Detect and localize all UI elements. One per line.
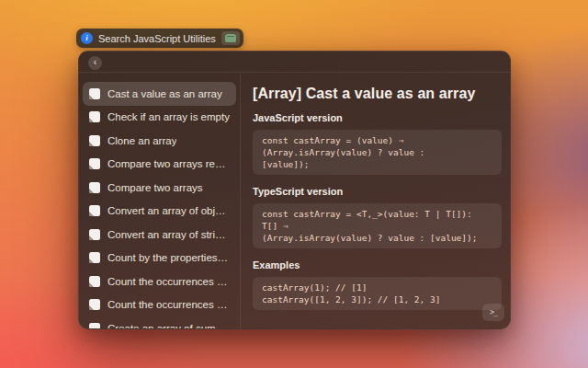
section-heading: TypeScript version bbox=[253, 186, 502, 197]
script-document-icon bbox=[89, 205, 100, 216]
list-item[interactable]: Count by the properties of an a... bbox=[83, 247, 236, 270]
list-item-label: Count the occurrences of a val... bbox=[107, 276, 230, 287]
app-window: ‹ Cast a value as an array Check if an a… bbox=[78, 51, 511, 329]
info-icon: i bbox=[81, 32, 93, 44]
list-item-label: Create an array of cumulative... bbox=[107, 323, 230, 328]
detail-section: TypeScript version const castArray = <T,… bbox=[253, 186, 502, 248]
terminal-button[interactable]: >_ bbox=[482, 304, 504, 321]
script-document-icon bbox=[89, 252, 100, 263]
list-item[interactable]: Count the occurrences of a val... bbox=[83, 270, 236, 293]
list-item[interactable]: Convert an array of strings to n... bbox=[83, 223, 236, 247]
script-document-icon bbox=[89, 88, 100, 99]
detail-section: Examples castArray(1); // [1] castArray(… bbox=[253, 259, 502, 310]
list-item[interactable]: Convert an array of objects to a... bbox=[83, 200, 236, 224]
list-item-label: Convert an array of strings to n... bbox=[107, 229, 230, 240]
code-block: castArray(1); // [1] castArray([1, 2, 3]… bbox=[253, 277, 502, 310]
list-item-label: Count by the properties of an a... bbox=[107, 252, 230, 263]
list-item[interactable]: Compare two arrays regardless... bbox=[83, 153, 236, 177]
utility-list: Cast a value as an array Check if an arr… bbox=[79, 74, 241, 328]
script-document-icon bbox=[89, 111, 100, 122]
code-block: const castArray = <T,_>(value: T | T[]):… bbox=[253, 203, 502, 248]
list-item-label: Check if an array is empty bbox=[107, 111, 230, 122]
list-item[interactable]: Count the occurrences of array... bbox=[83, 293, 236, 317]
script-document-icon bbox=[89, 182, 100, 193]
status-chip bbox=[221, 31, 240, 45]
script-document-icon bbox=[89, 135, 100, 146]
list-item-label: Compare two arrays regardless... bbox=[107, 158, 230, 169]
window-header: ‹ bbox=[79, 52, 510, 73]
tooltip-label: Search JavaScript Utilities bbox=[98, 33, 216, 44]
list-item-label: Compare two arrays bbox=[107, 182, 203, 193]
detail-section: JavaScript version const castArray = (va… bbox=[253, 112, 502, 175]
script-document-icon bbox=[89, 158, 100, 169]
detail-title: [Array] Cast a value as an array bbox=[253, 86, 502, 102]
detail-panel: [Array] Cast a value as an array JavaScr… bbox=[242, 74, 510, 328]
list-item[interactable]: Create an array of cumulative... bbox=[83, 316, 236, 328]
section-heading: Examples bbox=[253, 259, 502, 270]
search-tooltip[interactable]: i Search JavaScript Utilities bbox=[76, 29, 243, 48]
script-document-icon bbox=[89, 276, 100, 287]
list-item[interactable]: Compare two arrays bbox=[83, 176, 236, 200]
script-document-icon bbox=[89, 299, 100, 310]
back-button[interactable]: ‹ bbox=[88, 56, 102, 70]
list-item-label: Cast a value as an array bbox=[107, 88, 222, 99]
script-document-icon bbox=[89, 323, 100, 328]
list-item[interactable]: Clone an array bbox=[83, 129, 236, 153]
list-item-label: Count the occurrences of array... bbox=[107, 299, 230, 310]
list-item-label: Clone an array bbox=[107, 135, 176, 146]
section-heading: JavaScript version bbox=[253, 112, 502, 123]
green-kit-icon bbox=[225, 34, 236, 42]
detail-sections: JavaScript version const castArray = (va… bbox=[253, 112, 502, 310]
list-item-label: Convert an array of objects to a... bbox=[107, 205, 230, 216]
list-item[interactable]: Cast a value as an array bbox=[83, 82, 236, 106]
list-item[interactable]: Check if an array is empty bbox=[83, 106, 236, 130]
code-block: const castArray = (value) ⇒ (Array.isArr… bbox=[253, 130, 502, 175]
script-document-icon bbox=[89, 229, 100, 240]
